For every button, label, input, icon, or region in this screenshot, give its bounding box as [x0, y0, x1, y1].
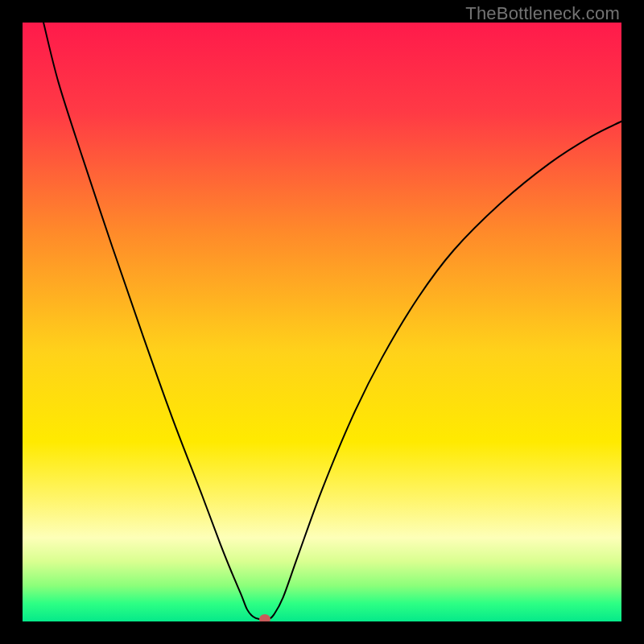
optimal-point-marker: [259, 614, 270, 621]
svg-rect-0: [23, 23, 621, 621]
background-gradient: [23, 23, 621, 621]
plot-area: [23, 23, 621, 621]
watermark-text: TheBottleneck.com: [465, 3, 620, 24]
chart-container: TheBottleneck.com: [0, 0, 644, 644]
